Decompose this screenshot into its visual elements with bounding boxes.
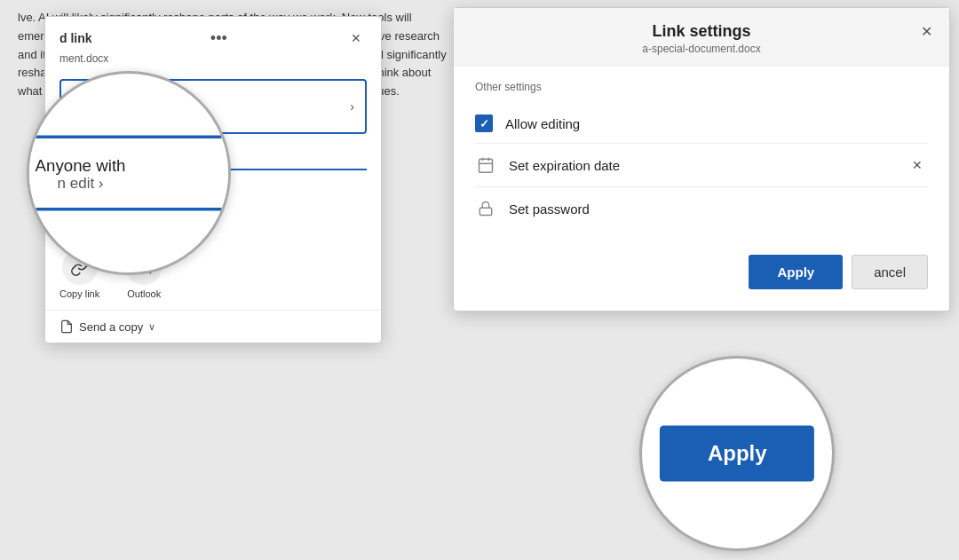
- zoomed-apply-button[interactable]: Apply: [660, 426, 815, 482]
- zoom-circle-left: Anyone with n edit ›: [27, 71, 231, 275]
- allow-editing-row: ✓ Allow editing: [475, 104, 928, 144]
- copy-link-label: Copy link: [59, 288, 99, 299]
- zoomed-sub-text: n edit ›: [36, 174, 126, 191]
- cancel-button[interactable]: ancel: [852, 255, 928, 289]
- send-copy-text: Send a copy: [79, 320, 143, 334]
- doc-icon: [59, 319, 74, 334]
- share-dialog-more-button[interactable]: •••: [210, 29, 227, 48]
- set-password-row: Set password: [475, 187, 928, 230]
- chevron-right-icon: ›: [350, 99, 354, 114]
- share-dialog-close-button[interactable]: ✕: [345, 28, 367, 49]
- link-settings-footer: Apply ancel: [454, 244, 949, 293]
- zoomed-main-text: Anyone with: [36, 155, 126, 173]
- calendar-icon: [475, 154, 496, 176]
- allow-editing-label: Allow editing: [505, 116, 928, 131]
- svg-rect-14: [480, 208, 492, 215]
- check-icon: ✓: [480, 117, 489, 130]
- share-dialog-subtitle: ment.docx: [45, 52, 381, 72]
- outlook-label: Outlook: [127, 288, 161, 299]
- allow-editing-checkbox[interactable]: ✓: [475, 114, 493, 132]
- share-dialog-title: d link: [59, 31, 92, 45]
- expiration-x-icon: ✕: [912, 158, 923, 172]
- send-copy-button[interactable]: Send a copy ∨: [45, 310, 381, 343]
- close-x-icon: ✕: [921, 23, 932, 40]
- set-expiration-row: Set expiration date ✕: [475, 144, 928, 187]
- svg-rect-10: [480, 159, 493, 172]
- link-settings-body: Other settings ✓ Allow editing Set expir…: [454, 67, 949, 244]
- link-settings-header: Link settings a-special-document.docx ✕: [454, 8, 949, 67]
- link-settings-title: Link settings: [472, 22, 931, 41]
- apply-button[interactable]: Apply: [749, 255, 843, 289]
- link-settings-dialog: Link settings a-special-document.docx ✕ …: [453, 7, 950, 312]
- zoom-circle-right: Apply: [639, 356, 835, 551]
- link-settings-subtitle: a-special-document.docx: [472, 43, 931, 55]
- zoomed-anyone-text: Anyone with n edit ›: [36, 155, 126, 190]
- zoom-left-content: Anyone with n edit ›: [27, 136, 231, 211]
- link-settings-close-button[interactable]: ✕: [914, 19, 939, 43]
- zoomed-anyone-link-box: Anyone with n edit ›: [27, 136, 231, 211]
- zoom-right-content: Apply: [660, 426, 815, 482]
- calendar-svg-icon: [477, 156, 495, 174]
- close-icon: ✕: [351, 31, 361, 45]
- other-settings-label: Other settings: [475, 81, 928, 93]
- lock-svg-icon: [478, 201, 494, 217]
- set-expiration-label: Set expiration date: [509, 158, 894, 173]
- expiration-clear-button[interactable]: ✕: [907, 154, 928, 176]
- send-copy-chevron-icon: ∨: [148, 321, 155, 333]
- share-dialog-header: d link ••• ✕: [45, 17, 381, 52]
- set-password-label: Set password: [509, 201, 928, 217]
- lock-icon: [475, 198, 496, 219]
